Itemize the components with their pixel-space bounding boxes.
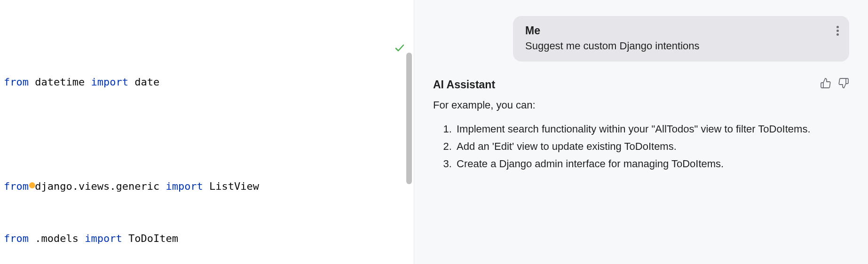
editor-scrollbar[interactable] <box>406 2 413 264</box>
assistant-name: AI Assistant <box>433 78 495 91</box>
assistant-intro: For example, you can: <box>433 96 849 114</box>
kebab-menu-icon[interactable] <box>836 24 839 37</box>
vote-icons <box>820 78 849 92</box>
code-line[interactable]: from django.views.generic import ListVie… <box>4 178 414 195</box>
editor-status-icons <box>357 7 405 93</box>
chat-user-name: Me <box>525 24 837 37</box>
gutter-marker-icon[interactable] <box>29 182 35 188</box>
thumbs-up-icon[interactable] <box>820 78 831 92</box>
code-editor-pane[interactable]: from datetime import date from django.vi… <box>0 0 414 264</box>
assistant-suggestions-list: Implement search functionality within yo… <box>433 120 849 172</box>
list-item: Add an 'Edit' view to update existing To… <box>455 138 849 155</box>
chat-user-text: Suggest me custom Django intentions <box>525 40 837 52</box>
chat-user-message[interactable]: Me Suggest me custom Django intentions <box>513 16 849 62</box>
checkmark-icon <box>357 44 405 73</box>
code-line-blank[interactable] <box>4 125 414 143</box>
assistant-message: For example, you can: Implement search f… <box>433 96 849 172</box>
list-item: Implement search functionality within yo… <box>455 120 849 138</box>
assistant-header: AI Assistant <box>433 78 849 92</box>
thumbs-down-icon[interactable] <box>838 78 849 92</box>
ai-assistant-pane: Me Suggest me custom Django intentions A… <box>414 0 868 264</box>
code-line[interactable]: from datetime import date <box>4 73 414 91</box>
code-line[interactable]: from .models import ToDoItem <box>4 230 414 247</box>
scrollbar-thumb[interactable] <box>406 53 412 184</box>
list-item: Create a Django admin interface for mana… <box>455 155 849 172</box>
